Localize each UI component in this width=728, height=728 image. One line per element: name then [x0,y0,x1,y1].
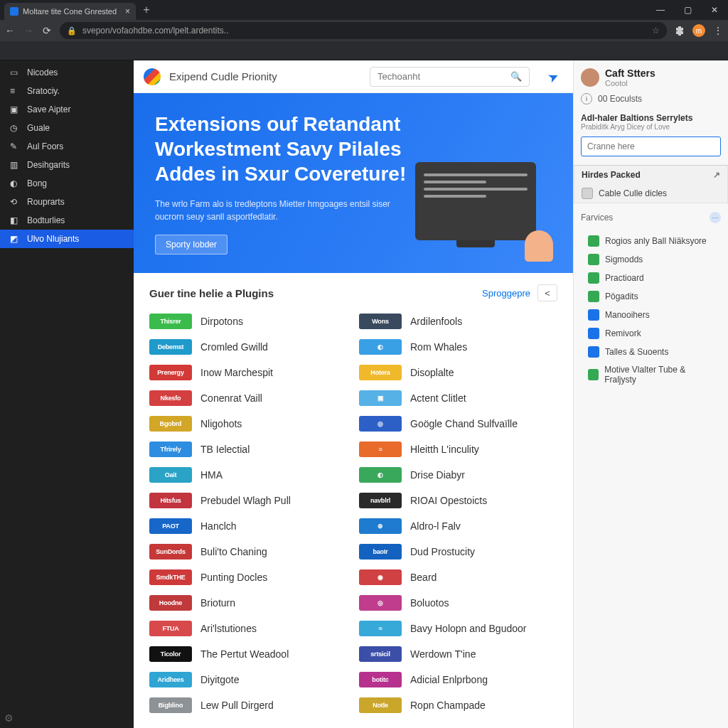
search-input[interactable] [378,71,505,82]
plugin-item[interactable]: SunDordsBuli'to Chaning [149,539,348,564]
close-window-icon[interactable]: ✕ [701,5,728,15]
plugin-item[interactable]: srtsicilWerdown T'ine [359,641,557,667]
sidebar-item-label: Desihgarits [27,160,70,170]
plugin-item[interactable]: botitcAdicial Enlprbong [359,667,557,692]
plugin-item[interactable]: PAOTHanclch [149,513,348,539]
sidebar-item[interactable]: ◩Ulvo Nlujiants [0,230,134,248]
plugin-badge: PAOT [149,518,192,534]
packed-item[interactable]: Cable Culle dicles [574,184,727,203]
extensions-icon[interactable] [674,25,685,36]
menu-icon[interactable]: ⋮ [712,25,724,36]
section-header: Guer tine helie a Plugins Sproggepre < [134,273,573,309]
store-header: Exipend Cudle Prionity 🔍 ➤ [134,60,573,93]
plugin-item[interactable]: ◐Rom Whales [359,334,557,360]
open-external-icon[interactable]: ↗ [713,170,720,180]
bookmark-star-icon[interactable]: ☆ [652,26,660,36]
plugin-name: Aldro-l Falv [410,520,461,532]
browser-tab[interactable]: Moltare tite Cone Gnrested × [4,3,136,20]
sidebar-item-icon: ▭ [10,68,20,77]
plugin-badge: SmdkTHE [149,569,192,585]
favorite-item-label: Practioard [605,273,644,283]
forward-icon[interactable]: → [23,25,34,36]
plugin-item[interactable]: FTUAAri'lstutiones [149,616,348,641]
favorites-list: Rogios anly Ball NiäksyoreSigmoddsPracti… [581,232,721,388]
plugin-item[interactable]: HitsfusPrebudel Wlagh Pull [149,488,348,513]
user-avatar [581,68,599,87]
plugin-item[interactable]: AridheesDiyitgote [149,667,348,692]
plugin-item[interactable]: NkesfoConenrat Vaill [149,385,348,411]
plugin-item[interactable]: ≈Bavy Holopn and Bgudoor [359,616,557,641]
plugin-item[interactable]: ThisrerDirpotons [149,309,348,334]
plugin-name: RIOAI Opestoicts [410,495,487,506]
plugin-name: Ardilenfools [410,316,462,327]
plugin-badge: FTUA [149,621,192,636]
sidebar-item[interactable]: ⟲Rouprarts [0,193,134,211]
sidebar-item[interactable]: ▣Save Aipter [0,100,134,119]
bookmarks-bar [0,41,728,60]
plugin-item[interactable]: BigblinoLew Pull Dirgerd [149,692,348,718]
plugin-item[interactable]: NotleRopn Champade [359,692,557,718]
back-icon[interactable]: ← [4,25,16,36]
sidebar-item-icon: ▥ [10,160,20,170]
share-button[interactable]: < [537,284,557,301]
plugin-item[interactable]: HoodneBrioturn [149,590,348,616]
sidebar-item-icon: ◧ [10,215,20,225]
plugin-item[interactable]: ≡Hleitth L'inculity [359,437,557,462]
sidebar-item[interactable]: ▥Desihgarits [0,156,134,174]
plugin-item[interactable]: TfrirelyTB Ielectial [149,437,348,462]
sidebar-item-label: Nicodes [27,68,58,77]
favorites-more-icon[interactable]: ⋯ [710,212,721,223]
plugin-item[interactable]: ⊕Aldro-l Falv [359,513,557,539]
favorite-item[interactable]: Remivork [581,324,721,343]
favorite-item[interactable]: Sigmodds [581,250,721,269]
sidebar-item[interactable]: ◐Bong [0,174,134,193]
plugin-item[interactable]: ◎Goögle Chand Sulfvaïlle [359,411,557,437]
favorite-item[interactable]: Motive Vlalter Tube & Fraljysty [581,361,721,388]
plugin-item[interactable]: ◉Beard [359,564,557,590]
hero-banner: Extensions ouf Retandant Workestment Sav… [134,93,573,273]
hero-cta-button[interactable]: Sporty Iobder [155,235,228,255]
sidebar-item-label: Bodturlies [27,215,65,225]
plugin-item[interactable]: WonsArdilenfools [359,309,557,334]
store-search[interactable]: 🔍 [370,67,530,87]
omnibox[interactable]: 🔒 svepon/vofaohdbe.com/lpelt.ardentits..… [60,22,667,39]
reload-icon[interactable]: ⟳ [41,25,53,36]
favorite-item[interactable]: Manooihers [581,306,721,324]
left-sidebar: ▭Nicodes≡Sratociy.▣Save Aipter◷Guale✎Aul… [0,60,134,728]
sidebar-item[interactable]: ◷Guale [0,119,134,137]
plugin-item[interactable]: BgobrdNligohots [149,411,348,437]
favorite-item[interactable]: Rogios anly Ball Niäksyore [581,232,721,250]
plugin-item[interactable]: SmdkTHEPunting Docles [149,564,348,590]
sidebar-item[interactable]: ▭Nicodes [0,63,134,82]
plugin-item[interactable]: navblrlRIOAI Opestoicts [359,488,557,513]
profile-avatar[interactable]: m [692,24,705,37]
sidebar-item[interactable]: ≡Sratociy. [0,82,134,100]
minimize-icon[interactable]: — [647,5,674,15]
sidebar-item-icon: ⟲ [10,197,20,207]
plugin-item[interactable]: DebemstCromled Gwilld [149,334,348,360]
plugin-item[interactable]: TicolorThe Pertut Weadool [149,641,348,667]
search-icon[interactable]: 🔍 [510,71,522,82]
section-more-link[interactable]: Sproggepre [482,288,530,299]
favorite-item[interactable]: Practioard [581,269,721,287]
promo-input[interactable] [581,136,721,156]
system-tray-icon[interactable]: ⚙ [4,712,14,724]
plugin-item[interactable]: ◎Boluotos [359,590,557,616]
plugin-item[interactable]: baoIrDud Prostucity [359,539,557,564]
plugin-item[interactable]: ◐Drise Diabyr [359,462,557,488]
plugin-item[interactable]: PrenergyInow Marchespit [149,360,348,385]
user-block[interactable]: Caft Stters Cootol [581,68,721,87]
favorite-item[interactable]: Talles & Suoents [581,343,721,361]
sidebar-item[interactable]: ◧Bodturlies [0,211,134,230]
new-tab-button[interactable]: + [140,4,153,16]
close-tab-icon[interactable]: × [125,6,130,16]
plugin-item[interactable]: ▣Actent Clitlet [359,385,557,411]
sidebar-item[interactable]: ✎Aul Foors [0,137,134,156]
plugin-badge: ◎ [359,595,402,611]
plugin-item[interactable]: HoteraDisoplalte [359,360,557,385]
maximize-icon[interactable]: ▢ [674,5,701,15]
plugin-item[interactable]: OaitHMA [149,462,348,488]
plugin-badge: Tfrirely [149,441,192,457]
plugin-name: Punting Docles [200,572,267,583]
favorite-item[interactable]: Pögadits [581,287,721,306]
